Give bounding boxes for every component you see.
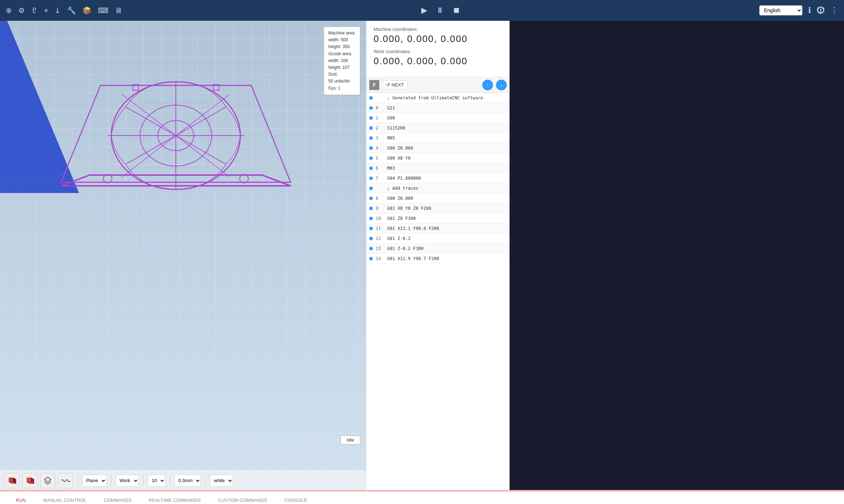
gcode-down-button[interactable]: ↓: [496, 80, 507, 90]
download-icon[interactable]: ⤓: [55, 6, 61, 15]
gcode-line: 9G01 X0 Y0 Z8 F200: [366, 203, 510, 213]
gcode-line-number: 14: [376, 256, 384, 261]
gcode-dot: [369, 237, 373, 240]
info-icon[interactable]: ℹ: [808, 6, 811, 15]
gcode-command: G00 X0 Y0: [387, 156, 411, 161]
gcode-command: ; Add traces: [387, 186, 418, 191]
machine-info-box: Machine area: width: 500 height: 350 Gco…: [324, 27, 360, 95]
gcode-line: 2S115200: [366, 123, 510, 133]
target-icon[interactable]: ⌖: [44, 6, 48, 15]
gcode-dot: [369, 166, 373, 170]
idle-status-badge: Idle: [341, 435, 360, 444]
wrench-icon[interactable]: 🔧: [67, 6, 76, 15]
tab-console[interactable]: CONSOLE: [276, 494, 316, 504]
keyboard-icon[interactable]: ⌨: [98, 6, 108, 15]
wave-icon[interactable]: [58, 473, 73, 488]
work-coord-value: 0.000, 0.000, 0.000: [374, 56, 502, 67]
gcode-line-number: 9: [376, 206, 384, 211]
work-coord-label: Work coordinates:: [374, 49, 502, 54]
gcode-line-number: 0: [376, 105, 384, 110]
tab-commands[interactable]: COMMANDS: [95, 494, 140, 504]
monitor-icon[interactable]: 🖥: [115, 6, 122, 15]
progress-bar: [0, 490, 844, 491]
tab-manual-control[interactable]: MANUAL CONTROL: [34, 494, 95, 504]
gcode-dot: [369, 156, 373, 160]
3d-cube-icon[interactable]: [4, 473, 19, 488]
gcode-line-number: 4: [376, 146, 384, 151]
gcode-dot: [369, 126, 373, 130]
ten-select[interactable]: 10: [148, 475, 165, 487]
layers-icon[interactable]: [40, 473, 55, 488]
gcode-line: ; Generated from UltimateCNC software: [366, 93, 510, 103]
gcode-command: G01 Z-0.2 F300: [387, 246, 423, 251]
color-select[interactable]: white: [210, 475, 233, 487]
language-select[interactable]: English: [759, 5, 802, 15]
next-button[interactable]: ↺ NEXT: [382, 80, 408, 89]
box-icon[interactable]: 📦: [83, 6, 92, 15]
tab-run[interactable]: RUN: [7, 494, 34, 504]
size-select[interactable]: 0.3mm: [174, 475, 201, 487]
gcode-line-number: 10: [376, 216, 384, 221]
main-content: Machine area: width: 500 height: 350 Gco…: [0, 21, 844, 491]
gcode-line: 5G00 X0 Y0: [366, 153, 510, 163]
gcode-command: G90: [387, 116, 395, 121]
gcode-line: 10G01 Z8 F300: [366, 213, 510, 223]
gcode-line: 13G01 Z-0.2 F300: [366, 244, 510, 254]
work-select[interactable]: Work: [116, 475, 139, 487]
usb-icon[interactable]: ♇: [31, 6, 38, 15]
settings-icon[interactable]: ⚙: [18, 6, 25, 15]
plane-select[interactable]: Plane: [82, 475, 107, 487]
gcode-line: 8G00 Z8.000: [366, 193, 510, 203]
svg-line-13: [61, 85, 100, 182]
svg-line-14: [251, 85, 291, 182]
gcode-dot: [369, 106, 373, 110]
toolbar-right: English ℹ ⏼ ⋮: [759, 5, 838, 15]
gcode-line: 0G21: [366, 103, 510, 113]
play-button[interactable]: ▶: [421, 6, 427, 15]
stop-button[interactable]: ⏹: [453, 6, 460, 15]
pause-button[interactable]: ⏸: [436, 6, 444, 15]
tab-realtime-commands[interactable]: REALTIME COMMANDS: [140, 494, 209, 504]
gcode-command: M05: [387, 136, 395, 141]
toolbar-divider: [78, 475, 78, 486]
gcode-line: ; Add traces: [366, 183, 510, 193]
viewer-canvas[interactable]: Machine area: width: 500 height: 350 Gco…: [0, 21, 366, 470]
right-panel: Machine coordinates: 0.000, 0.000, 0.000…: [366, 21, 510, 491]
gcode-line-number: 11: [376, 226, 384, 231]
gcode-command: G01 Z-0.2: [387, 236, 411, 241]
gcode-line: 11G01 X13.1 Y90.6 F200: [366, 223, 510, 234]
gcode-dot: [369, 136, 373, 140]
gcode-command: G01 Z8 F300: [387, 216, 416, 221]
gcode-dot: [369, 257, 373, 260]
gcode-line-number: 3: [376, 136, 384, 141]
transport-controls: ▶ ⏸ ⏹: [421, 6, 460, 15]
f-badge: F: [369, 80, 379, 90]
gcode-list[interactable]: ; Generated from UltimateCNC software0G2…: [366, 93, 510, 491]
gcode-line-number: 13: [376, 246, 384, 251]
gcode-up-button[interactable]: ↑: [482, 80, 493, 90]
gcode-command: G00 Z8.000: [387, 196, 413, 201]
power-icon[interactable]: ⏼: [817, 6, 825, 15]
gcode-dot: [369, 116, 373, 120]
gcode-dot: [369, 197, 373, 200]
coordinates-panel: Machine coordinates: 0.000, 0.000, 0.000…: [366, 21, 510, 77]
gcode-command: G01 X0 Y0 Z8 F200: [387, 206, 431, 211]
add-icon[interactable]: ⊕: [6, 6, 12, 15]
machine-coord-value: 0.000, 0.000, 0.000: [374, 33, 502, 44]
gcode-line-number: 2: [376, 126, 384, 131]
gcode-dot: [369, 227, 373, 230]
red-cube-icon[interactable]: [22, 473, 37, 488]
toolbar-divider-5: [205, 475, 206, 486]
gcode-command: M03: [387, 166, 395, 171]
svg-rect-16: [9, 478, 13, 482]
gcode-panel: F ↺ NEXT ↑ ↓ ; Generated from UltimateCN…: [366, 77, 510, 491]
gcode-line: 12G01 Z-0.2: [366, 234, 510, 244]
gcode-line: 14G01 X11.9 Y90.7 F200: [366, 254, 510, 264]
gcode-line: 4G00 Z8.000: [366, 143, 510, 153]
gcode-line-number: 7: [376, 176, 384, 181]
gcode-line-number: 8: [376, 196, 384, 201]
tab-custom-commands[interactable]: CUSTOM COMMANDS: [209, 494, 276, 504]
gcode-line: 3M05: [366, 133, 510, 143]
gcode-line-number: 6: [376, 166, 384, 171]
menu-icon[interactable]: ⋮: [830, 6, 838, 15]
